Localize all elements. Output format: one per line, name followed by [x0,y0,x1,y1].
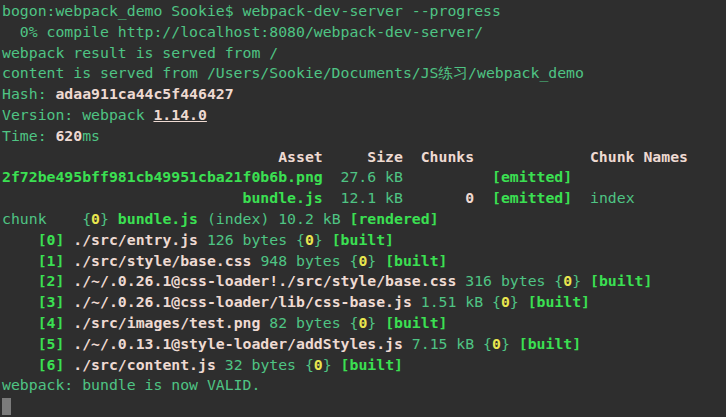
text-segment: } [100,210,118,227]
text-segment: 126 bytes { [198,231,305,248]
text-segment: 1.14.0 [153,106,206,123]
text-segment: 82 bytes { [260,314,358,331]
text-segment [64,272,73,289]
text-segment [2,231,38,248]
text-segment [474,189,492,206]
text-segment: 0 [91,210,100,227]
text-segment: [0] [38,231,65,248]
text-segment: [3] [38,293,65,310]
text-segment: (index) 10.2 kB [198,210,349,227]
text-segment: 316 bytes { [456,272,563,289]
text-segment [2,272,38,289]
terminal-line: Time: 620ms [2,126,726,147]
text-segment [64,231,73,248]
terminal-line: [5] ./~/.0.13.1@style-loader/addStyles.j… [2,334,726,355]
text-segment: 620 [55,127,82,144]
text-segment: 0 [492,335,501,352]
text-segment: } [323,356,341,373]
terminal-line: [6] ./src/content.js 32 bytes {0} [built… [2,355,726,376]
text-segment: [5] [38,335,65,352]
terminal-line: Hash: adaa911ca44c5f446427 [2,84,726,105]
text-segment: } [572,272,590,289]
text-segment: webpack: bundle is now VALID. [2,376,260,393]
text-segment: index [572,189,634,206]
text-segment [64,293,73,310]
terminal-line: [3] ./~/.0.26.1@css-loader/lib/css-base.… [2,292,726,313]
text-segment: [emitted] [492,168,572,185]
text-segment: [4] [38,314,65,331]
terminal-line: bogon:webpack_demo Sookie$ webpack-dev-s… [2,1,726,22]
text-segment: [rendered] [349,210,438,227]
terminal-line: Asset Size Chunks Chunk Names [2,147,726,168]
text-segment: ./src/content.js [73,356,216,373]
text-segment: adaa911ca44c5f446427 [55,85,233,102]
terminal-line: [4] ./src/images/test.png 82 bytes {0} [… [2,313,726,334]
text-segment: [emitted] [492,189,572,206]
text-segment [2,189,243,206]
text-segment: 27.6 kB [323,168,492,185]
text-segment: webpack result is served from / [2,44,278,61]
terminal-line: chunk {0} bundle.js (index) 10.2 kB [ren… [2,209,726,230]
text-segment: ./src/style/base.css [73,252,251,269]
text-segment [2,293,38,310]
text-segment: Asset Size Chunks Chunk Names [2,148,688,165]
text-segment [64,356,73,373]
text-segment: ./~/.0.26.1@css-loader!./src/style/base.… [73,272,456,289]
text-segment: } [314,231,332,248]
text-segment: ./src/images/test.png [73,314,260,331]
text-segment [2,314,38,331]
text-segment: [built] [385,252,447,269]
terminal-line: [0] ./src/entry.js 126 bytes {0} [built] [2,230,726,251]
terminal-line: 2f72be495bff981cb49951cba21f0b6b.png 27.… [2,167,726,188]
text-segment: [2] [38,272,65,289]
text-segment: } [367,314,385,331]
text-segment: 12.1 kB [323,189,466,206]
text-segment: 0 [563,272,572,289]
text-segment: chunk { [2,210,91,227]
terminal-output: bogon:webpack_demo Sookie$ webpack-dev-s… [0,0,726,417]
text-segment: 0 [305,231,314,248]
text-segment: [1] [38,252,65,269]
text-segment: 0 [358,314,367,331]
text-segment: Time: [2,127,55,144]
text-segment: bundle.js [118,210,198,227]
text-segment: 7.15 kB { [403,335,492,352]
text-segment: [built] [341,356,403,373]
text-segment [2,252,38,269]
text-segment: 0 [501,293,510,310]
text-segment [2,356,38,373]
text-segment [64,335,73,352]
text-segment: } [367,252,385,269]
text-segment: 0 [465,189,474,206]
terminal-line: [2] ./~/.0.26.1@css-loader!./src/style/b… [2,271,726,292]
text-segment: bogon:webpack_demo Sookie$ webpack-dev-s… [2,2,501,19]
text-segment: 0 [314,356,323,373]
text-segment [64,252,73,269]
terminal-cursor-line [2,396,726,417]
text-segment: 1.51 kB { [412,293,501,310]
text-segment: [built] [332,231,394,248]
text-segment: 0 [358,252,367,269]
text-segment: [6] [38,356,65,373]
terminal-line: [1] ./src/style/base.css 948 bytes {0} [… [2,251,726,272]
text-segment: content is served from /Users/Sookie/Doc… [2,64,584,81]
text-segment [2,335,38,352]
text-segment: } [510,293,528,310]
terminal-window[interactable]: bogon:webpack_demo Sookie$ webpack-dev-s… [0,0,726,417]
text-segment: [built] [519,335,581,352]
terminal-line: Version: webpack 1.14.0 [2,105,726,126]
text-segment: 0% compile http://localhost:8080/webpack… [2,23,483,40]
terminal-line: webpack result is served from / [2,43,726,64]
terminal-line: 0% compile http://localhost:8080/webpack… [2,22,726,43]
terminal-line: webpack: bundle is now VALID. [2,375,726,396]
text-segment: [built] [528,293,590,310]
terminal-line: content is served from /Users/Sookie/Doc… [2,63,726,84]
text-segment: Hash: [2,85,55,102]
text-segment: [built] [385,314,447,331]
terminal-cursor [2,398,11,415]
text-segment: ms [82,127,100,144]
text-segment: Version: webpack [2,106,153,123]
text-segment [64,314,73,331]
text-segment: 32 bytes { [216,356,314,373]
text-segment: } [501,335,519,352]
